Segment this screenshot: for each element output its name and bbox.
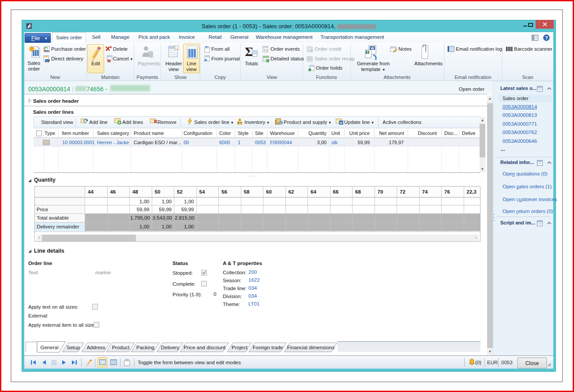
svg-text:Project: Project	[232, 345, 248, 350]
svg-text:Address: Address	[86, 345, 105, 350]
svg-text:?: ?	[545, 35, 548, 41]
svg-text:Product: Product	[112, 345, 130, 350]
svg-text:Financial dimensions: Financial dimensions	[287, 345, 335, 350]
svg-text:General: General	[41, 345, 59, 350]
svg-text:Price and discount: Price and discount	[184, 345, 225, 350]
svg-text:X: X	[367, 51, 369, 54]
svg-text:Foreign trade: Foreign trade	[253, 345, 283, 350]
svg-text:Delivery: Delivery	[161, 345, 180, 350]
svg-text:Setup: Setup	[67, 345, 80, 350]
svg-text:Packing: Packing	[136, 345, 154, 350]
